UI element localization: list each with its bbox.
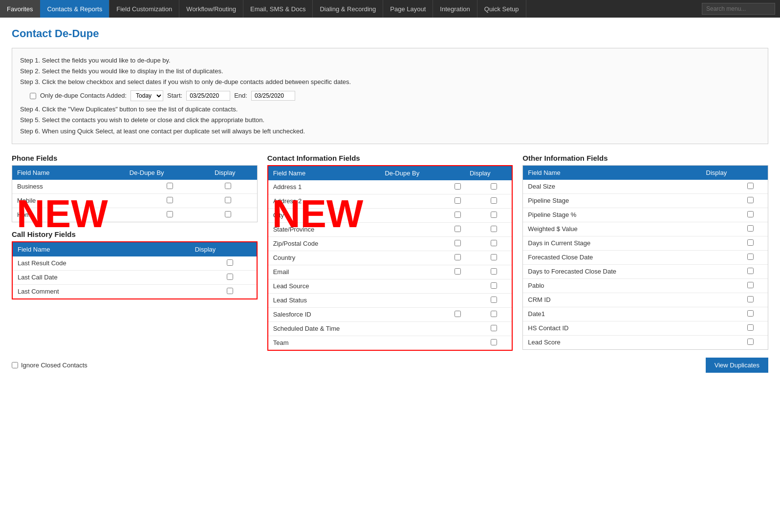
dedupe-checkbox-cell[interactable] (439, 236, 476, 251)
date-range-dropdown[interactable]: Today (130, 90, 163, 101)
dedupe-checkbox[interactable] (167, 183, 173, 189)
dedupe-checkbox-cell[interactable] (439, 222, 476, 236)
display-checkbox[interactable] (227, 274, 233, 280)
dedupe-checkbox[interactable] (455, 240, 461, 246)
display-checkbox-cell[interactable] (476, 293, 512, 307)
dedupe-checkbox-cell[interactable] (141, 180, 199, 194)
display-checkbox[interactable] (491, 311, 497, 317)
nav-contacts-reports[interactable]: Contacts & Reports (40, 0, 109, 18)
dedupe-checkbox[interactable] (455, 212, 461, 218)
dedupe-contacts-checkbox[interactable] (30, 93, 36, 99)
display-checkbox-cell[interactable] (199, 208, 257, 222)
display-checkbox-cell[interactable] (204, 284, 257, 298)
display-checkbox[interactable] (491, 297, 497, 303)
display-checkbox[interactable] (491, 325, 497, 331)
display-checkbox[interactable] (747, 310, 754, 317)
display-checkbox-cell[interactable] (204, 270, 257, 284)
nav-field-customization[interactable]: Field Customization (109, 0, 179, 18)
display-checkbox[interactable] (491, 268, 497, 275)
display-checkbox-cell[interactable] (476, 321, 512, 336)
display-checkbox-cell[interactable] (476, 222, 512, 236)
display-checkbox-cell[interactable] (476, 208, 512, 222)
display-checkbox-cell[interactable] (476, 194, 512, 208)
display-checkbox[interactable] (747, 268, 754, 274)
nav-workflow-routing[interactable]: Workflow/Routing (179, 0, 243, 18)
ignore-closed-checkbox[interactable] (12, 362, 18, 368)
dedupe-checkbox[interactable] (455, 311, 461, 317)
display-checkbox-cell[interactable] (476, 336, 512, 350)
display-checkbox-cell[interactable] (733, 307, 768, 321)
dedupe-checkbox-cell[interactable] (439, 307, 476, 321)
nav-favorites[interactable]: Favorites (0, 0, 40, 18)
display-checkbox-cell[interactable] (733, 180, 768, 194)
dedupe-checkbox-cell[interactable] (439, 208, 476, 222)
display-checkbox[interactable] (491, 226, 497, 232)
display-checkbox-cell[interactable] (199, 180, 257, 194)
display-checkbox[interactable] (491, 240, 497, 246)
display-checkbox[interactable] (225, 183, 231, 189)
dedupe-checkbox-cell[interactable] (141, 193, 199, 208)
table-row: HS Contact ID (523, 321, 768, 335)
display-checkbox-cell[interactable] (476, 265, 512, 279)
display-checkbox-cell[interactable] (476, 180, 512, 194)
display-checkbox[interactable] (225, 211, 231, 217)
view-duplicates-button[interactable]: View Duplicates (706, 358, 768, 373)
display-checkbox[interactable] (747, 296, 754, 302)
display-checkbox[interactable] (491, 339, 497, 345)
display-checkbox[interactable] (225, 197, 231, 203)
display-checkbox-cell[interactable] (199, 193, 257, 208)
search-input[interactable] (702, 3, 775, 15)
display-checkbox[interactable] (491, 183, 497, 190)
dedupe-checkbox[interactable] (455, 268, 461, 275)
display-checkbox[interactable] (491, 282, 497, 289)
start-date-input[interactable] (186, 91, 230, 101)
display-checkbox[interactable] (747, 225, 754, 232)
display-checkbox-cell[interactable] (733, 193, 768, 208)
display-checkbox-cell[interactable] (733, 264, 768, 278)
dedupe-checkbox[interactable] (167, 197, 173, 203)
dedupe-checkbox-cell[interactable] (439, 194, 476, 208)
nav-email-sms-docs[interactable]: Email, SMS & Docs (243, 0, 313, 18)
display-checkbox-cell[interactable] (733, 250, 768, 264)
display-checkbox-cell[interactable] (733, 278, 768, 293)
display-checkbox-cell[interactable] (733, 335, 768, 349)
dedupe-checkbox[interactable] (455, 197, 461, 204)
display-checkbox-cell[interactable] (476, 251, 512, 265)
dedupe-checkbox[interactable] (167, 211, 173, 217)
nav-dialing-recording[interactable]: Dialing & Recording (313, 0, 383, 18)
display-checkbox[interactable] (227, 288, 233, 294)
display-checkbox[interactable] (491, 212, 497, 218)
dedupe-checkbox-cell[interactable] (141, 208, 199, 222)
dedupe-checkbox[interactable] (455, 226, 461, 232)
dedupe-checkbox[interactable] (455, 183, 461, 190)
display-checkbox-cell[interactable] (733, 321, 768, 335)
display-checkbox[interactable] (747, 183, 754, 189)
display-checkbox-cell[interactable] (733, 222, 768, 236)
display-checkbox-cell[interactable] (476, 307, 512, 321)
display-checkbox-cell[interactable] (733, 293, 768, 307)
dedupe-checkbox-cell[interactable] (439, 180, 476, 194)
display-checkbox[interactable] (747, 282, 754, 288)
display-checkbox-cell[interactable] (733, 236, 768, 250)
display-checkbox[interactable] (227, 259, 233, 266)
end-date-input[interactable] (251, 91, 295, 101)
nav-integration[interactable]: Integration (433, 0, 477, 18)
dedupe-checkbox-cell[interactable] (439, 265, 476, 279)
display-checkbox[interactable] (747, 254, 754, 260)
dedupe-checkbox[interactable] (455, 254, 461, 260)
display-checkbox[interactable] (747, 324, 754, 331)
display-checkbox-cell[interactable] (476, 279, 512, 293)
display-checkbox[interactable] (491, 254, 497, 260)
nav-page-layout[interactable]: Page Layout (383, 0, 433, 18)
display-checkbox[interactable] (491, 197, 497, 204)
display-checkbox[interactable] (747, 211, 754, 217)
display-checkbox-cell[interactable] (476, 236, 512, 251)
nav-quick-setup[interactable]: Quick Setup (477, 0, 526, 18)
display-checkbox[interactable] (747, 239, 754, 246)
dedupe-checkbox-cell[interactable] (439, 251, 476, 265)
display-checkbox-cell[interactable] (733, 208, 768, 222)
display-checkbox[interactable] (747, 197, 754, 203)
display-checkbox[interactable] (747, 339, 754, 345)
display-checkbox-cell[interactable] (204, 256, 257, 271)
table-row: Scheduled Date & Time (268, 321, 512, 336)
